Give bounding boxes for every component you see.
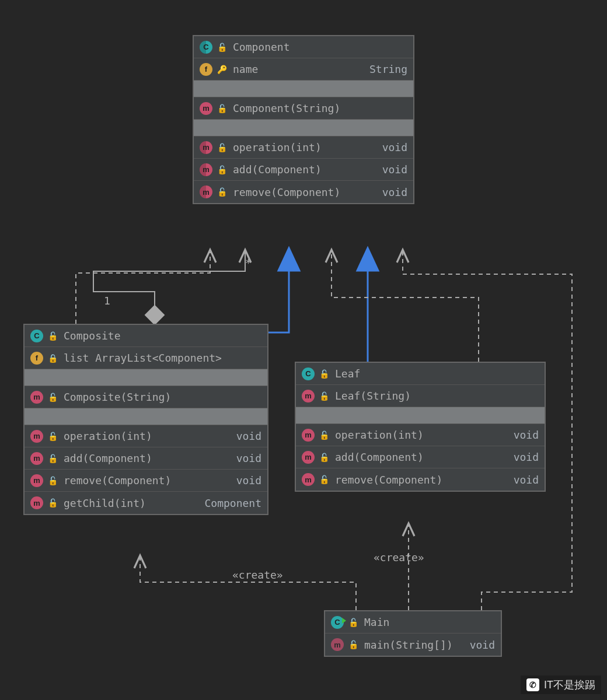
field-row: f 🔑 name String xyxy=(194,58,413,80)
method-sig: remove(Component) xyxy=(335,474,508,486)
aggregation-label-1: 1 xyxy=(104,295,110,307)
wechat-icon: ✆ xyxy=(526,678,539,691)
class-icon: C xyxy=(200,41,212,54)
aggregation-label-star: * xyxy=(245,257,252,269)
class-leaf[interactable]: C 🔓 Leaf m 🔓 Leaf(String) m 🔓 operation(… xyxy=(295,362,546,492)
method-sig: operation(int) xyxy=(233,141,376,153)
method-sig: getChild(int) xyxy=(64,497,198,509)
method-icon: m xyxy=(30,474,43,487)
method-sig: remove(Component) xyxy=(64,474,231,487)
class-name: Composite xyxy=(64,330,261,342)
method-icon: m xyxy=(30,452,43,465)
method-icon: m xyxy=(302,429,315,442)
field-row: f 🔒 list ArrayList<Component> xyxy=(25,347,267,369)
lock-icon: 🔓 xyxy=(348,640,358,649)
method-sig: add(Component) xyxy=(233,163,376,176)
lock-icon: 🔓 xyxy=(319,369,329,379)
ctor-row: m 🔓 Leaf(String) xyxy=(296,385,545,407)
private-lock-icon: 🔒 xyxy=(48,354,58,363)
field-icon: f xyxy=(200,63,212,76)
section-spacer xyxy=(296,407,545,424)
method-ret: Component xyxy=(204,497,261,509)
class-title-row: C 🔓 Main xyxy=(325,611,501,634)
watermark-text: IT不是挨踢 xyxy=(544,678,595,692)
create-label-composite: «create» xyxy=(232,569,283,581)
ctor-sig: Component(String) xyxy=(233,102,407,114)
class-icon: C xyxy=(30,330,43,342)
method-icon: m xyxy=(302,390,315,402)
lock-icon: 🔓 xyxy=(217,165,227,174)
method-ret: void xyxy=(470,639,495,651)
class-name: Component xyxy=(233,41,407,53)
method-icon: m xyxy=(30,496,43,509)
method-ret: void xyxy=(514,451,539,463)
class-icon-runnable: C xyxy=(331,616,344,629)
method-icon: m xyxy=(200,141,212,154)
method-icon: m xyxy=(30,430,43,443)
lock-icon: 🔓 xyxy=(48,454,58,463)
method-row: m 🔓 add(Component) void xyxy=(194,159,413,181)
method-icon: m xyxy=(30,391,43,404)
method-sig: operation(int) xyxy=(64,430,231,442)
lock-icon: 🔓 xyxy=(217,43,227,52)
lock-icon: 🔓 xyxy=(48,498,58,508)
method-row: m 🔓 operation(int) void xyxy=(296,424,545,446)
method-row: m 🔓 operation(int) void xyxy=(25,425,267,447)
lock-icon: 🔓 xyxy=(48,393,58,402)
method-icon: m xyxy=(302,451,315,464)
method-icon: m xyxy=(331,638,344,651)
method-row: m 🔓 remove(Component) void xyxy=(194,181,413,203)
method-ret: void xyxy=(236,452,261,464)
class-name: Leaf xyxy=(335,368,539,380)
lock-icon: 🔓 xyxy=(217,104,227,113)
method-ret: void xyxy=(382,141,407,153)
section-spacer xyxy=(194,80,413,97)
class-composite[interactable]: C 🔓 Composite f 🔒 list ArrayList<Compone… xyxy=(23,324,268,515)
method-ret: void xyxy=(236,474,261,487)
class-main[interactable]: C 🔓 Main m 🔓 main(String[]) void xyxy=(324,610,502,657)
class-title-row: C 🔓 Leaf xyxy=(296,363,545,385)
lock-icon: 🔓 xyxy=(348,618,358,627)
lock-icon: 🔓 xyxy=(319,453,329,462)
class-name: Main xyxy=(364,616,495,628)
method-icon: m xyxy=(200,163,212,176)
lock-icon: 🔓 xyxy=(319,475,329,484)
method-row: m 🔓 remove(Component) void xyxy=(25,470,267,492)
ctor-row: m 🔓 Component(String) xyxy=(194,97,413,120)
class-component[interactable]: C 🔓 Component f 🔑 name String m 🔓 Compon… xyxy=(193,35,414,204)
lock-icon: 🔓 xyxy=(319,391,329,401)
field-type: String xyxy=(369,63,407,75)
ctor-row: m 🔓 Composite(String) xyxy=(25,386,267,408)
method-ret: void xyxy=(514,474,539,486)
key-icon: 🔑 xyxy=(217,65,227,74)
method-row: m 🔓 operation(int) void xyxy=(194,136,413,159)
lock-icon: 🔓 xyxy=(48,331,58,341)
run-triangle-icon xyxy=(342,618,346,624)
method-ret: void xyxy=(236,430,261,442)
field-name: name xyxy=(233,63,364,75)
method-icon: m xyxy=(200,186,212,198)
lock-icon: 🔓 xyxy=(217,143,227,152)
method-row: m 🔓 add(Component) void xyxy=(296,446,545,468)
method-row: m 🔓 main(String[]) void xyxy=(325,634,501,656)
ctor-sig: Leaf(String) xyxy=(335,390,539,402)
lock-icon: 🔓 xyxy=(48,432,58,441)
method-ret: void xyxy=(382,163,407,176)
lock-icon: 🔓 xyxy=(319,430,329,440)
class-title-row: C 🔓 Composite xyxy=(25,325,267,347)
method-sig: add(Component) xyxy=(335,451,508,463)
method-sig: operation(int) xyxy=(335,429,508,441)
lock-icon: 🔓 xyxy=(217,187,227,197)
field-icon: f xyxy=(30,352,43,365)
class-title-row: C 🔓 Component xyxy=(194,36,413,58)
method-row: m 🔓 getChild(int) Component xyxy=(25,492,267,514)
lock-icon: 🔓 xyxy=(48,476,58,485)
section-spacer xyxy=(25,408,267,425)
method-sig: add(Component) xyxy=(64,452,231,464)
watermark: ✆ IT不是挨踢 xyxy=(521,676,601,694)
create-label-leaf: «create» xyxy=(374,551,424,564)
method-ret: void xyxy=(382,186,407,198)
method-row: m 🔓 remove(Component) void xyxy=(296,468,545,491)
section-spacer xyxy=(194,120,413,136)
ctor-sig: Composite(String) xyxy=(64,391,261,403)
